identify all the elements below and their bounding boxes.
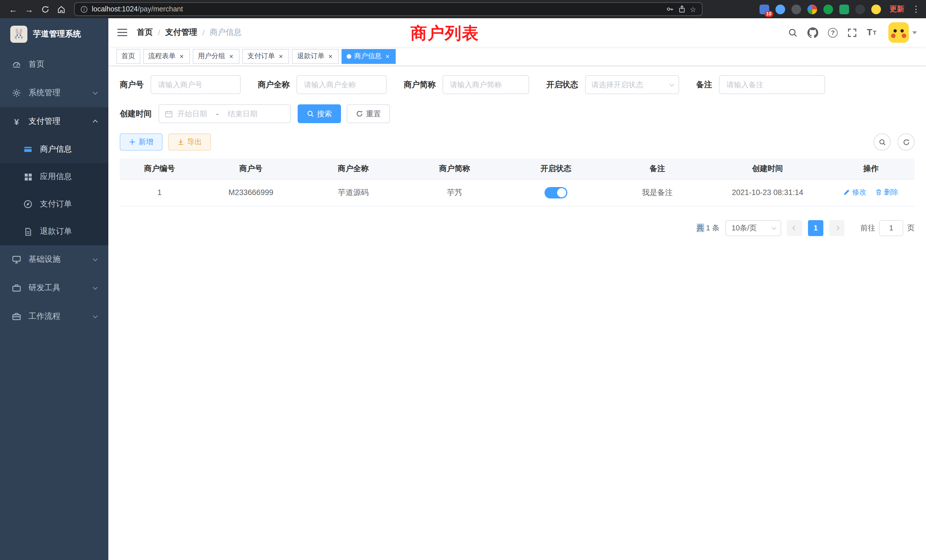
sidebar-item-infrastructure[interactable]: 基础设施 xyxy=(0,245,108,274)
sidebar-item-pay-order[interactable]: 支付订单 xyxy=(0,191,108,218)
page-number-1[interactable]: 1 xyxy=(808,220,823,236)
cell-status xyxy=(505,179,607,206)
page-size-select[interactable]: 10条/页 xyxy=(725,220,781,236)
refresh-table-button[interactable] xyxy=(897,133,915,151)
edit-link[interactable]: 修改 xyxy=(844,188,866,197)
home-button[interactable] xyxy=(54,1,68,17)
password-key-icon[interactable] xyxy=(666,5,674,13)
full-name-input[interactable] xyxy=(297,75,387,94)
font-size-icon[interactable] xyxy=(867,27,876,38)
back-button[interactable]: ← xyxy=(6,1,21,17)
tab-user-group[interactable]: 用户分组 xyxy=(193,49,239,64)
export-button[interactable]: 导出 xyxy=(168,133,211,151)
extension-icon[interactable] xyxy=(791,4,801,14)
breadcrumb-section[interactable]: 支付管理 xyxy=(165,27,197,38)
breadcrumb-home[interactable]: 首页 xyxy=(137,27,153,38)
github-icon[interactable] xyxy=(807,27,818,38)
merchant-no-input[interactable] xyxy=(151,75,241,94)
close-icon[interactable] xyxy=(327,52,334,60)
sidebar-item-app-info[interactable]: 应用信息 xyxy=(0,163,108,191)
hamburger-icon xyxy=(118,28,128,37)
yen-icon: ¥ xyxy=(11,117,22,126)
tab-process-form[interactable]: 流程表单 xyxy=(143,49,190,64)
address-bar[interactable]: localhost:1024/pay/merchant ☆ xyxy=(74,2,702,16)
bookmark-star-icon[interactable]: ☆ xyxy=(690,5,696,14)
browser-update-button[interactable]: 更新 xyxy=(890,4,904,14)
browser-window: ← → localhost:1024/pay/merchant ☆ 10 xyxy=(0,0,926,560)
page-unit-label: 页 xyxy=(907,223,915,233)
help-icon[interactable] xyxy=(828,28,838,37)
main-area: 首页 / 支付管理 / 商户信息 商户列表 xyxy=(108,18,926,560)
close-icon[interactable] xyxy=(179,52,185,60)
table-toolbar: 新增 导出 xyxy=(120,133,915,151)
sidebar-logo[interactable]: 🐰 芋道管理系统 xyxy=(0,18,108,50)
sidebar-item-workflow[interactable]: 工作流程 xyxy=(0,302,108,331)
sidebar-item-merchant-info[interactable]: 商户信息 xyxy=(0,136,108,163)
sidebar-item-devtools[interactable]: 研发工具 xyxy=(0,274,108,302)
reload-icon xyxy=(41,5,49,14)
add-button[interactable]: 新增 xyxy=(120,133,162,151)
user-avatar xyxy=(888,22,909,43)
sidebar-item-payment[interactable]: ¥ 支付管理 xyxy=(0,107,108,136)
close-icon[interactable] xyxy=(228,52,235,60)
extension-icon[interactable]: 10 xyxy=(760,4,769,14)
tab-merchant-info[interactable]: 商户信息 xyxy=(342,49,396,64)
next-page-button[interactable] xyxy=(829,220,844,236)
cell-short-name: 芋艿 xyxy=(404,179,505,206)
create-time-range-picker[interactable]: 开始日期 - 结束日期 xyxy=(159,104,291,123)
page-content: 商户号 商户全称 商户简称 开启状态 请选择开启状态 xyxy=(108,66,926,560)
extension-icon[interactable] xyxy=(871,4,881,14)
merchant-card-icon xyxy=(23,145,33,154)
tab-home[interactable]: 首页 xyxy=(117,49,140,64)
filter-row-2: 创建时间 开始日期 - 结束日期 搜索 重置 xyxy=(120,104,915,123)
full-name-label: 商户全称 xyxy=(258,80,290,90)
search-button[interactable]: 搜索 xyxy=(298,104,341,123)
reset-button[interactable]: 重置 xyxy=(346,104,390,123)
extension-icon[interactable] xyxy=(775,4,785,14)
browser-menu-icon[interactable]: ⋮ xyxy=(912,4,920,14)
close-icon[interactable] xyxy=(278,52,284,60)
sidebar: 🐰 芋道管理系统 首页 系统管理 ¥ xyxy=(0,18,108,560)
sidebar-item-label: 研发工具 xyxy=(29,283,61,293)
end-date-placeholder: 结束日期 xyxy=(228,109,257,119)
sidebar-item-system[interactable]: 系统管理 xyxy=(0,79,108,107)
site-info-icon[interactable] xyxy=(80,5,88,13)
tab-pay-order[interactable]: 支付订单 xyxy=(242,49,289,64)
sidebar-item-label: 系统管理 xyxy=(29,88,61,98)
pagination-total: 共 1 条 xyxy=(696,223,720,233)
extension-icon[interactable] xyxy=(839,4,849,14)
cell-actions: 修改 删除 xyxy=(827,179,915,206)
pagination: 共 1 条 10条/页 1 前往 页 xyxy=(120,220,915,236)
active-dot xyxy=(346,54,351,59)
remark-input[interactable] xyxy=(719,75,825,94)
sidebar-toggle-button[interactable] xyxy=(118,28,128,37)
toggle-search-button[interactable] xyxy=(873,133,891,151)
user-menu[interactable] xyxy=(888,22,917,43)
share-icon[interactable] xyxy=(678,5,686,13)
tab-refund-order[interactable]: 退款订单 xyxy=(292,49,339,64)
status-select[interactable]: 请选择开启状态 xyxy=(585,75,679,94)
sidebar-item-refund-order[interactable]: 退款订单 xyxy=(0,218,108,245)
close-icon[interactable] xyxy=(384,52,390,60)
short-name-input[interactable] xyxy=(442,75,529,94)
extension-icon[interactable] xyxy=(823,4,833,14)
extension-icon[interactable] xyxy=(807,4,817,14)
forward-button[interactable]: → xyxy=(22,1,36,17)
delete-link[interactable]: 删除 xyxy=(875,188,898,197)
sidebar-item-home[interactable]: 首页 xyxy=(0,50,108,79)
prev-page-button[interactable] xyxy=(787,220,802,236)
reload-button[interactable] xyxy=(38,1,53,17)
chevron-down-icon xyxy=(93,285,98,290)
fullscreen-icon[interactable] xyxy=(847,28,857,37)
tags-view-bar: 首页 流程表单 用户分组 支付订单 xyxy=(108,47,926,66)
goto-page-input[interactable] xyxy=(879,220,903,236)
tab-label: 流程表单 xyxy=(148,51,176,61)
document-icon xyxy=(23,227,33,236)
goto-page-group: 前往 页 xyxy=(861,220,915,236)
extension-icon[interactable] xyxy=(855,4,865,14)
search-icon[interactable] xyxy=(788,28,798,37)
app-title: 芋道管理系统 xyxy=(33,29,81,39)
search-icon xyxy=(878,138,886,146)
search-icon xyxy=(307,110,314,118)
status-toggle[interactable] xyxy=(545,187,567,198)
